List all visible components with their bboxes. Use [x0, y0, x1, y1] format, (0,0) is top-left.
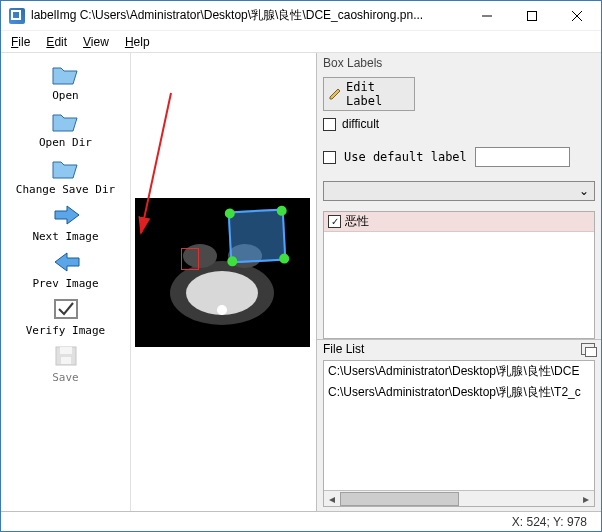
file-list-item[interactable]: C:\Users\Administrator\Desktop\乳腺\良性\DCE [324, 361, 594, 382]
statusbar: X: 524; Y: 978 [1, 511, 601, 531]
verify-image-button[interactable]: Verify Image [1, 292, 130, 339]
cursor-coords: X: 524; Y: 978 [512, 515, 587, 529]
folder-icon [50, 155, 82, 181]
prev-image-button[interactable]: Prev Image [1, 245, 130, 292]
scroll-thumb[interactable] [340, 492, 459, 506]
open-dir-button[interactable]: Open Dir [1, 104, 130, 151]
minimize-button[interactable] [464, 1, 509, 30]
svg-rect-1 [527, 11, 536, 20]
horizontal-scrollbar[interactable]: ◂ ▸ [324, 490, 594, 506]
label-item-text: 恶性 [345, 213, 369, 230]
right-panel: Box Labels Edit Label difficult Use defa… [316, 53, 601, 511]
annotation-box-small[interactable] [181, 248, 199, 270]
edit-label-button[interactable]: Edit Label [323, 77, 415, 111]
label-list-item[interactable]: ✓ 恶性 [324, 212, 594, 232]
pencil-icon [328, 87, 342, 101]
open-button[interactable]: Open [1, 57, 130, 104]
svg-rect-4 [55, 300, 77, 318]
label-combo[interactable]: ⌄ [323, 181, 595, 201]
label-item-checkbox[interactable]: ✓ [328, 215, 341, 228]
titlebar: labelImg C:\Users\Administrator\Desktop\… [1, 1, 601, 31]
menu-edit[interactable]: Edit [38, 33, 75, 51]
menubar: File Edit View Help [1, 31, 601, 53]
maximize-button[interactable] [509, 1, 554, 30]
svg-rect-6 [60, 347, 72, 354]
arrow-left-icon [50, 249, 82, 275]
difficult-label: difficult [342, 117, 379, 131]
svg-rect-7 [61, 357, 71, 364]
app-icon [9, 8, 25, 24]
menu-view[interactable]: View [75, 33, 117, 51]
canvas-area[interactable] [131, 53, 316, 511]
use-default-label-checkbox[interactable] [323, 151, 336, 164]
image-canvas[interactable] [135, 198, 310, 347]
scroll-left-icon[interactable]: ◂ [324, 491, 340, 507]
menu-file[interactable]: File [3, 33, 38, 51]
save-button[interactable]: Save [1, 339, 130, 386]
arrow-right-icon [50, 202, 82, 228]
menu-help[interactable]: Help [117, 33, 158, 51]
folder-icon [50, 108, 82, 134]
box-labels-title: Box Labels [317, 53, 601, 73]
toolbar: Open Open Dir Change Save Dir Next Image… [1, 53, 131, 511]
save-icon [50, 343, 82, 369]
check-icon [50, 296, 82, 322]
chevron-down-icon: ⌄ [576, 184, 592, 198]
svg-point-13 [217, 305, 227, 315]
file-list-title: File List [323, 342, 364, 356]
close-button[interactable] [554, 1, 599, 30]
folder-open-icon [50, 61, 82, 87]
change-save-dir-button[interactable]: Change Save Dir [1, 151, 130, 198]
label-list[interactable]: ✓ 恶性 [323, 211, 595, 339]
file-list-item[interactable]: C:\Users\Administrator\Desktop\乳腺\良性\T2_… [324, 382, 594, 403]
next-image-button[interactable]: Next Image [1, 198, 130, 245]
window-title: labelImg C:\Users\Administrator\Desktop\… [31, 7, 464, 24]
difficult-checkbox[interactable] [323, 118, 336, 131]
annotation-box[interactable] [228, 209, 287, 264]
scroll-right-icon[interactable]: ▸ [578, 491, 594, 507]
dock-icon[interactable] [581, 343, 595, 355]
use-default-label-text: Use default label [344, 150, 467, 164]
default-label-input[interactable] [475, 147, 570, 167]
file-list[interactable]: C:\Users\Administrator\Desktop\乳腺\良性\DCE… [323, 360, 595, 507]
